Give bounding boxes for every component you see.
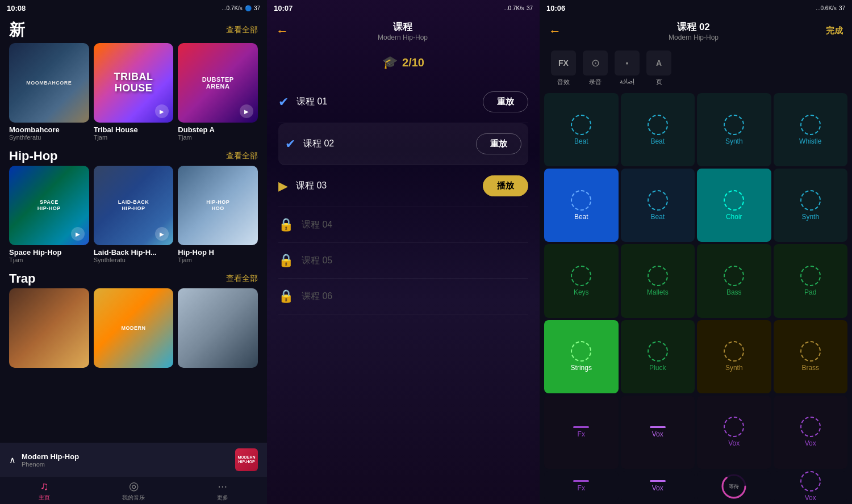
pad-beat-r2c2[interactable]: Beat (621, 169, 695, 242)
pad-mallets-r3c2[interactable]: Mallets (621, 244, 695, 317)
hiphop-section-row: Hip-Hop 查看全部 (0, 145, 267, 166)
pad-label-r5c3: Vox (728, 439, 740, 447)
pad-loading-r6c3[interactable]: 等待 (697, 471, 771, 502)
card-trap1[interactable] (9, 288, 89, 368)
pad-fx-r6c1[interactable]: Fx (544, 471, 619, 502)
pad-whistle-r1c4[interactable]: Whistle (774, 93, 848, 166)
pad-bass-r3c3[interactable]: Bass (697, 244, 771, 317)
trap-card-row: MODERN (0, 288, 267, 372)
time-2: 10:07 (274, 4, 293, 12)
nav-more[interactable]: ··· 更多 (178, 477, 267, 504)
pad-ring-r1c1 (571, 115, 591, 135)
record-label: 录音 (589, 78, 602, 86)
p2-topbar: ← 课程 Modern Hip-Hop (267, 16, 540, 46)
lesson-left-04: 🔒 课程 04 (278, 217, 332, 232)
panel1-header: 新 查看全部 (0, 16, 267, 43)
player-expand-icon[interactable]: ∧ (9, 455, 16, 465)
status-icons-1: ...0.7K/s 🔵 37 (222, 5, 260, 11)
card-hiphop3[interactable]: HIP-HOPHOO Hip-Hop H Tjam (178, 166, 258, 263)
pad-vox-r6c4[interactable]: Vox (774, 471, 848, 502)
tool-fx[interactable]: FX 音效 (551, 51, 576, 86)
card-thumb-trap3 (178, 288, 258, 368)
nav-my-music[interactable]: ◎ 我的音乐 (89, 477, 178, 504)
p3-title-block: 课程 02 Modern Hip-Hop (561, 20, 826, 41)
signal-2: ...0.7K/s (503, 5, 524, 11)
lesson-left-01: ✔ 课程 01 (278, 95, 327, 110)
home-icon: ♫ (40, 480, 49, 493)
pad-label-r2c4: Synth (801, 213, 819, 221)
pad-keys-r3c1[interactable]: Keys (544, 244, 619, 317)
tool-page[interactable]: A 页 (646, 51, 671, 86)
pad-ring-r3c4 (800, 266, 821, 286)
pad-synth-r4c3[interactable]: Synth (697, 320, 771, 393)
battery-2: 37 (527, 5, 533, 11)
pad-label-r4c1: Strings (571, 364, 592, 372)
pad-synth-r2c4[interactable]: Synth (774, 169, 848, 242)
card-laidback[interactable]: LAID-BACKHIP-HOP ▶ Laid-Back Hip-H... Sy… (94, 166, 174, 263)
tool-record[interactable]: ⊙ 录音 (583, 51, 608, 86)
pad-strings-r4c1[interactable]: Strings (544, 320, 619, 393)
lesson-item-01: ✔ 课程 01 重放 (278, 81, 528, 123)
card-tribal-house[interactable]: TRIBALHOUSE ▶ Tribal House Tjam (94, 43, 174, 141)
pad-label-r3c2: Mallets (647, 288, 669, 296)
more-label: 更多 (217, 494, 228, 502)
pad-label-r5c1: Fx (578, 430, 585, 438)
pad-label-r1c3: Synth (725, 137, 743, 145)
pad-hbar-r5c2 (650, 426, 666, 428)
progress-text: 2/10 (402, 56, 424, 69)
laidback-text: LAID-BACKHIP-HOP (118, 199, 149, 212)
pad-pluck-r4c2[interactable]: Pluck (621, 320, 695, 393)
pad-pad-r3c4[interactable]: Pad (774, 244, 848, 317)
player-artist: Phenom (22, 461, 229, 468)
lesson-replay-btn-01[interactable]: 重放 (483, 91, 528, 112)
play-btn-space[interactable]: ▶ (71, 227, 85, 241)
lesson-list: ✔ 课程 01 重放 ✔ 课程 02 重放 ▶ 课程 03 播放 🔒 课程 (267, 81, 540, 504)
status-bar-2: 10:07 ...0.7K/s 37 (267, 0, 540, 16)
status-bar-3: 10:06 ...0.6K/s 37 (540, 0, 852, 16)
p3-topbar: ← 课程 02 Modern Hip-Hop 完成 (540, 16, 852, 46)
lesson-name-06: 课程 06 (302, 291, 332, 303)
lesson-left-03: ▶ 课程 03 (278, 179, 327, 194)
panel-lessons: 10:07 ...0.7K/s 37 ← 课程 Modern Hip-Hop 🎓… (267, 0, 540, 504)
status-icons-2: ...0.7K/s 37 (503, 5, 533, 11)
see-all-new[interactable]: 查看全部 (226, 25, 258, 35)
play-btn-dubstep[interactable]: ▶ (240, 104, 253, 118)
page-label: 页 (656, 78, 662, 86)
lesson-locked-icon-05: 🔒 (278, 253, 294, 268)
lesson-replay-btn-02[interactable]: 重放 (476, 133, 521, 154)
pad-vox-r5c4[interactable]: Vox (774, 396, 848, 469)
pad-ring-r4c2 (648, 341, 668, 362)
pad-beat-r2c1[interactable]: Beat (544, 169, 619, 242)
card-dubstep[interactable]: DUBSTEPARENA ▶ Dubstep A Tjam (178, 43, 258, 141)
card-space-hiphop[interactable]: SPACEHIP-HOP ▶ Space Hip-Hop Tjam (9, 166, 89, 263)
card-trap2[interactable]: MODERN (94, 288, 174, 368)
pad-beat-r1c2[interactable]: Beat (621, 93, 695, 166)
lesson-play-btn-03[interactable]: 播放 (483, 175, 528, 196)
pad-label-r1c1: Beat (574, 137, 588, 145)
lesson-name-03: 课程 03 (296, 180, 327, 192)
nav-home[interactable]: ♫ 主页 (0, 477, 89, 504)
back-button-2[interactable]: ← (276, 24, 289, 39)
pad-vox-r5c3[interactable]: Vox (697, 396, 771, 469)
signal-1: ...0.7K/s (222, 5, 243, 11)
pad-ring-r1c2 (648, 115, 668, 135)
tool-add[interactable]: ▪ إضافة (615, 51, 640, 85)
see-all-hiphop[interactable]: 查看全部 (226, 151, 258, 161)
pad-vox-r6c2[interactable]: Vox (621, 471, 695, 502)
card-trap3[interactable] (178, 288, 258, 368)
back-button-3[interactable]: ← (549, 24, 561, 39)
lesson-name-02: 课程 02 (303, 138, 334, 150)
pad-brass-r4c4[interactable]: Brass (774, 320, 848, 393)
bottom-player[interactable]: ∧ Modern Hip-Hop Phenom MODERNHIP-HOP (0, 443, 267, 477)
pad-label-r4c2: Pluck (649, 364, 666, 372)
pad-synth-r1c3[interactable]: Synth (697, 93, 771, 166)
pad-fx-r5c1[interactable]: Fx (544, 396, 619, 469)
done-button[interactable]: 完成 (826, 26, 843, 36)
fx-icon: FX (551, 51, 576, 75)
pad-choir-r2c3[interactable]: Choir (697, 169, 771, 242)
card-moombahcore[interactable]: MOOMBAHCORE Moombahcore Synthferatu (9, 43, 89, 141)
see-all-trap[interactable]: 查看全部 (226, 274, 258, 284)
pad-beat-r1c1[interactable]: Beat (544, 93, 619, 166)
pad-vox-r5c2[interactable]: Vox (621, 396, 695, 469)
trap-label: Trap (9, 271, 35, 286)
